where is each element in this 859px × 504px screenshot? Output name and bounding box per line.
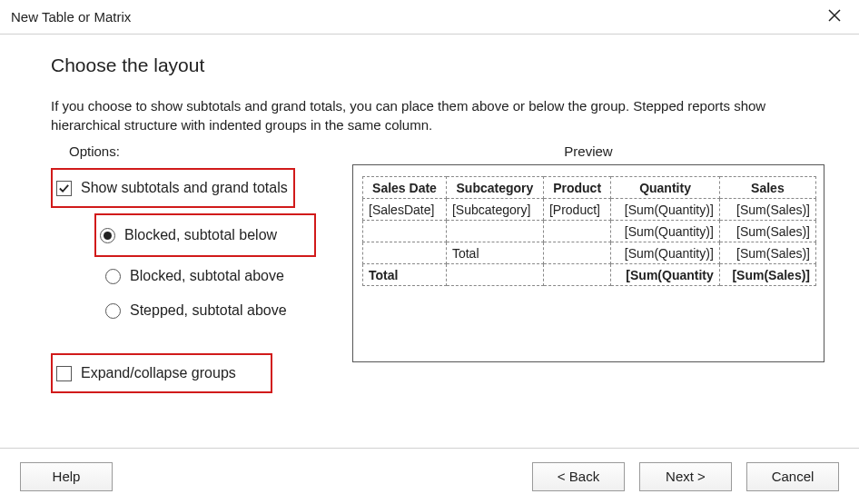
col-header: Sales Date xyxy=(363,177,447,199)
expand-collapse-checkbox-row[interactable]: Expand/collapse groups xyxy=(56,358,265,389)
radio-icon xyxy=(105,303,121,319)
window-title: New Table or Matrix xyxy=(11,9,131,25)
cell xyxy=(363,242,447,264)
preview-box: Sales Date Subcategory Product Quantity … xyxy=(352,164,824,362)
cell: [Product] xyxy=(543,199,610,221)
radio-icon xyxy=(100,228,115,243)
help-button[interactable]: Help xyxy=(20,462,113,491)
table-row: Total [Sum(Quantity)] [Sum(Sales)] xyxy=(363,242,816,264)
cell: [Sum(Quantity)] xyxy=(611,221,720,242)
highlight-blocked-below: Blocked, subtotal below xyxy=(94,213,316,257)
radio-blocked-above-label: Blocked, subtotal above xyxy=(130,268,284,284)
radio-blocked-below-label: Blocked, subtotal below xyxy=(124,227,277,243)
preview-panel: Preview Sales Date Subcategory Product Q… xyxy=(352,143,824,362)
options-label: Options: xyxy=(69,143,316,159)
cell: [Sum(Quantity)] xyxy=(611,242,720,264)
show-totals-checkbox-row[interactable]: Show subtotals and grand totals xyxy=(56,173,288,203)
cell: [Sum(Sales)] xyxy=(719,242,815,264)
col-header: Subcategory xyxy=(446,177,543,199)
page-description: If you choose to show subtotals and gran… xyxy=(51,96,795,134)
cell: [Sum(Sales)] xyxy=(719,221,815,242)
page-heading: Choose the layout xyxy=(51,54,808,76)
cell xyxy=(543,264,610,286)
radio-blocked-below[interactable]: Blocked, subtotal below xyxy=(100,218,309,252)
cell xyxy=(543,242,610,264)
checkbox-icon xyxy=(56,181,72,196)
content-area: Choose the layout If you choose to show … xyxy=(0,35,859,448)
cell: Total xyxy=(446,242,543,264)
cell: [Sum(Quantity)] xyxy=(611,199,720,221)
radio-icon xyxy=(105,269,121,284)
cell: [Sum(Sales)] xyxy=(719,199,815,221)
highlight-show-totals: Show subtotals and grand totals xyxy=(51,168,295,208)
wizard-window: New Table or Matrix Choose the layout If… xyxy=(0,0,859,504)
preview-table: Sales Date Subcategory Product Quantity … xyxy=(362,176,816,286)
table-total-row: Total [Sum(Quantity [Sum(Sales)] xyxy=(363,264,816,286)
radio-stepped-above-label: Stepped, subtotal above xyxy=(130,302,287,319)
cell xyxy=(363,221,447,242)
highlight-expand-collapse: Expand/collapse groups xyxy=(51,353,272,393)
cell: [Sum(Sales)] xyxy=(719,264,815,286)
table-row: [SalesDate] [Subcategory] [Product] [Sum… xyxy=(363,199,816,221)
radio-blocked-above[interactable]: Blocked, subtotal above xyxy=(105,259,316,293)
next-button[interactable]: Next > xyxy=(639,462,732,491)
cell xyxy=(446,264,543,286)
back-button[interactable]: < Back xyxy=(532,462,625,491)
col-header: Sales xyxy=(719,177,815,199)
cell: [SalesDate] xyxy=(363,199,447,221)
cancel-button[interactable]: Cancel xyxy=(746,462,839,491)
table-header-row: Sales Date Subcategory Product Quantity … xyxy=(363,177,816,199)
checkbox-icon xyxy=(56,366,72,381)
cell xyxy=(543,221,610,242)
cell: [Subcategory] xyxy=(446,199,543,221)
show-totals-label: Show subtotals and grand totals xyxy=(81,180,288,196)
titlebar: New Table or Matrix xyxy=(0,0,859,35)
options-panel: Options: Show subtotals and grand totals xyxy=(51,143,316,393)
expand-collapse-label: Expand/collapse groups xyxy=(81,365,236,381)
radio-stepped-above[interactable]: Stepped, subtotal above xyxy=(105,293,316,328)
table-row: [Sum(Quantity)] [Sum(Sales)] xyxy=(363,221,816,242)
cell: Total xyxy=(363,264,447,286)
footer: Help < Back Next > Cancel xyxy=(0,448,859,504)
col-header: Product xyxy=(543,177,610,199)
col-header: Quantity xyxy=(611,177,720,199)
close-icon[interactable] xyxy=(821,4,848,30)
cell xyxy=(446,221,543,242)
preview-label: Preview xyxy=(352,143,824,159)
cell: [Sum(Quantity xyxy=(611,264,720,286)
